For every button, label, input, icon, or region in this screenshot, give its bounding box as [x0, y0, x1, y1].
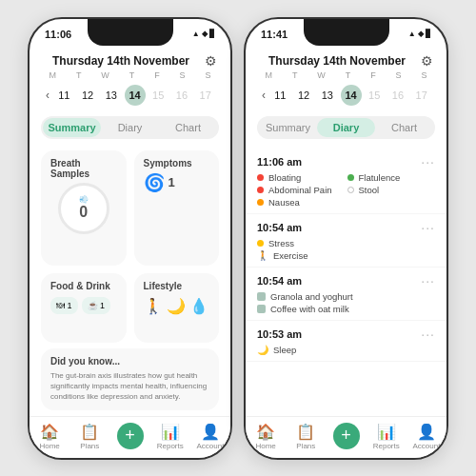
nav-reports2[interactable]: 📊 Reports — [367, 423, 407, 450]
add-icon2: + — [333, 423, 360, 449]
lifestyle-icons: 🚶 🌙 💧 — [144, 297, 210, 315]
diary-entry-1054b: 10:54 am ··· Granola and yoghurt Coffee … — [246, 268, 446, 321]
lifestyle-card: Lifestyle 🚶 🌙 💧 — [134, 273, 220, 343]
nav-account2[interactable]: 👤 Account — [407, 423, 446, 450]
plans-icon2: 📋 — [296, 423, 315, 441]
summary-grid: Breath Samples 💨 0 Symptoms 🌀 1 Food & D… — [30, 145, 230, 348]
granola-icon — [257, 292, 266, 301]
cal-days-header2: MTWTFSS — [255, 70, 437, 80]
tab-chart[interactable]: Chart — [159, 118, 217, 137]
tab-diary[interactable]: Diary — [101, 118, 159, 137]
more-options-1053[interactable]: ··· — [421, 327, 435, 342]
gear-icon2[interactable]: ⚙ — [421, 53, 433, 69]
symptoms-card: Symptoms 🌀 1 — [134, 150, 220, 266]
diary-item-coffee: Coffee with oat milk — [257, 304, 435, 314]
phone1-content: Thursday 14th November ⚙ MTWTFSS ‹ 11 12… — [30, 46, 230, 458]
drop-icon: 💧 — [189, 297, 208, 315]
nav-reports[interactable]: 📊 Reports — [150, 423, 190, 450]
reports-icon: 📊 — [161, 423, 180, 441]
nav-home[interactable]: 🏠 Home — [30, 423, 69, 450]
abdominal-dot — [257, 187, 264, 193]
symptoms-content: 🌀 1 — [144, 172, 210, 193]
walk-icon: 🚶 — [144, 297, 163, 315]
tab-bar: Summary Diary Chart — [41, 116, 219, 139]
bloating-dot — [257, 174, 264, 181]
stool-dot — [347, 187, 354, 193]
nav-home2[interactable]: 🏠 Home — [246, 423, 286, 450]
date-header2: Thursday 14th November ⚙ — [246, 50, 446, 70]
gear-icon[interactable]: ⚙ — [205, 53, 217, 69]
diary-time-1054b: 10:54 am — [257, 275, 302, 287]
nausea-dot — [257, 199, 264, 206]
nav-add2[interactable]: + — [326, 423, 366, 450]
diary-entry-1054a: 10:54 am ··· Stress 🚶 Exercise — [246, 214, 446, 268]
symptom-icon: 🌀 — [144, 172, 165, 193]
phone-summary: 11:06 ▲ ◆ ▊ Thursday 14th November ⚙ MTW… — [28, 17, 232, 460]
symptoms-title: Symptoms — [144, 158, 210, 169]
nav-plans[interactable]: 📋 Plans — [69, 423, 109, 450]
sleep-icon: 🌙 — [257, 345, 268, 355]
tab-summary2[interactable]: Summary — [259, 118, 317, 137]
nav-account[interactable]: 👤 Account — [190, 423, 230, 450]
add-icon: + — [117, 423, 144, 449]
breath-value: 0 — [79, 204, 88, 221]
stress-dot — [257, 240, 264, 247]
coffee-label: Coffee with oat milk — [270, 304, 349, 314]
lifestyle-title: Lifestyle — [144, 281, 210, 291]
diary-item-bloating: Bloating — [257, 172, 346, 183]
nav-add[interactable]: + — [109, 423, 149, 450]
cal-selected-day2[interactable]: 14 — [341, 85, 362, 106]
tab-diary2[interactable]: Diary — [317, 118, 375, 137]
diary-item-abdominal: Abdominal Pain — [257, 185, 346, 195]
nav-reports-label2: Reports — [373, 442, 400, 450]
breath-samples-card: Breath Samples 💨 0 — [41, 150, 127, 266]
stool-label: Stool — [359, 185, 380, 195]
coffee-icon — [257, 305, 266, 313]
diary-item-flatulence: Flatulence — [347, 172, 436, 183]
calendar-days2: ‹ 11 12 13 14 15 16 17 — [255, 82, 437, 109]
more-options-1054a[interactable]: ··· — [421, 220, 435, 235]
tab-summary[interactable]: Summary — [43, 118, 101, 137]
status-icons: ▲ ◆ ▊ — [192, 30, 215, 38]
tab-bar2: Summary Diary Chart — [257, 116, 435, 139]
exercise-icon: 🚶 — [257, 250, 268, 261]
cal-days-header: MTWTFSS — [39, 70, 221, 80]
nav-plans-label2: Plans — [296, 442, 315, 450]
phones-container: 11:06 ▲ ◆ ▊ Thursday 14th November ⚙ MTW… — [18, 8, 458, 469]
more-options-1106[interactable]: ··· — [421, 154, 435, 169]
bottom-nav2: 🏠 Home 📋 Plans + 📊 Reports 👤 Account — [246, 416, 446, 458]
diary-item-exercise: 🚶 Exercise — [257, 250, 435, 261]
phone2-content: Thursday 14th November ⚙ MTWTFSS ‹ 11 12… — [246, 46, 446, 458]
diary-time-1054a: 10:54 am — [257, 222, 302, 233]
diary-entry-1053: 10:53 am ··· 🌙 Sleep — [246, 321, 446, 362]
cal-selected-day[interactable]: 14 — [125, 85, 146, 106]
bloating-label: Bloating — [268, 172, 301, 183]
notch2 — [304, 19, 389, 46]
nav-plans2[interactable]: 📋 Plans — [286, 423, 326, 450]
diary-content: 11:06 am ··· Bloating Abdominal Pain — [246, 145, 446, 416]
bottom-nav: 🏠 Home 📋 Plans + 📊 Reports 👤 Account — [30, 416, 230, 458]
nav-account-label: Account — [196, 442, 224, 450]
home-icon: 🏠 — [40, 423, 59, 441]
cal-prev2[interactable]: ‹ — [259, 89, 268, 102]
status-time: 11:06 — [45, 29, 71, 40]
food-icons: 🍽 1 ☕ 1 — [50, 297, 117, 314]
tab-chart2[interactable]: Chart — [375, 118, 433, 137]
account-icon2: 👤 — [417, 423, 436, 441]
more-options-1054b[interactable]: ··· — [421, 273, 435, 288]
dyk-title: Did you know... — [50, 356, 209, 367]
food-drink-title: Food & Drink — [50, 281, 117, 291]
abdominal-label: Abdominal Pain — [268, 185, 332, 195]
dyk-text: The gut-brain axis illustrates how gut h… — [50, 370, 209, 403]
did-you-know-card: Did you know... The gut-brain axis illus… — [41, 348, 219, 410]
diary-item-stool: Stool — [347, 185, 436, 195]
diary-item-stress: Stress — [257, 238, 435, 248]
status-time2: 11:41 — [261, 29, 288, 40]
nausea-label: Nausea — [268, 197, 300, 208]
plans-icon: 📋 — [80, 423, 99, 441]
symptom-count: 1 — [169, 175, 175, 189]
date-title2: Thursday 14th November — [259, 54, 415, 68]
status-icons2: ▲ ◆ ▊ — [408, 30, 431, 38]
cal-prev[interactable]: ‹ — [43, 89, 52, 102]
diary-time-1106: 11:06 am — [257, 156, 302, 168]
